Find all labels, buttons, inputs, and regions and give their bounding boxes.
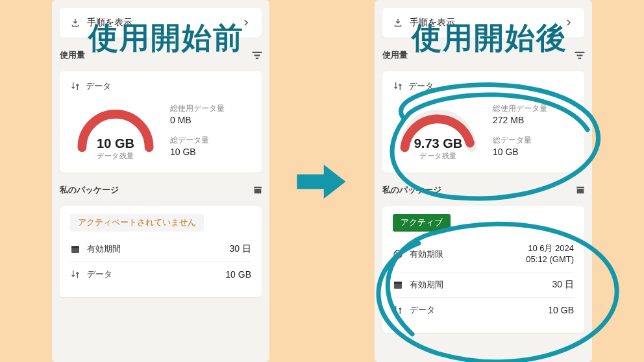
svg-rect-4: [254, 189, 262, 193]
svg-rect-14: [394, 282, 402, 284]
total-data-label: 総データ量: [170, 136, 251, 145]
data-arrows-icon: [70, 81, 80, 91]
svg-rect-7: [575, 52, 585, 53]
total-data-value: 10 GB: [493, 147, 574, 157]
pkg-data-label: データ: [87, 269, 112, 280]
my-package-title: 私のパッケージ: [52, 176, 269, 199]
remaining-label: データ残量: [70, 151, 161, 161]
my-package-title: 私のパッケージ: [375, 176, 592, 199]
expires-label: 有効期限: [410, 248, 443, 260]
package-card: アクティベートされていません 有効期間 30 日 データ 10 GB: [60, 206, 262, 297]
total-used-value: 0 MB: [170, 115, 251, 125]
validity-value: 30 日: [552, 279, 574, 291]
total-used-label: 総使用データ量: [170, 104, 251, 114]
arrow-icon: [295, 162, 347, 201]
pkg-data-row: データ 10 GB: [70, 262, 251, 287]
svg-rect-8: [577, 54, 583, 56]
data-arrows-icon: [70, 269, 80, 280]
validity-row: 有効期間 30 日: [393, 272, 574, 297]
svg-rect-2: [256, 58, 259, 59]
archive-icon[interactable]: [253, 185, 263, 195]
calendar-icon: [393, 280, 403, 290]
validity-label: 有効期間: [410, 279, 443, 291]
pkg-data-row: データ 10 GB: [393, 298, 574, 322]
data-arrows-icon: [393, 305, 403, 315]
status-badge: アクティベートされていません: [70, 214, 204, 232]
svg-rect-9: [578, 58, 582, 59]
filter-icon[interactable]: [251, 51, 263, 59]
validity-row: 有効期間 30 日: [70, 237, 251, 261]
data-gauge: 9.73 GB データ残量: [393, 97, 484, 161]
total-data-label: 総データ量: [493, 136, 574, 145]
data-label: データ: [86, 80, 111, 92]
total-used-value: 272 MB: [493, 115, 574, 125]
annotation-before-title: 使用開始前: [88, 18, 244, 58]
svg-rect-6: [71, 246, 79, 248]
pkg-data-label: データ: [410, 304, 435, 316]
usage-card: データ 10 GB データ残量 総使用データ量 0 MB 総データ量 10 GB: [60, 71, 262, 173]
total-data-value: 10 GB: [170, 147, 251, 157]
data-arrows-icon: [393, 81, 403, 91]
status-badge: アクティブ: [393, 214, 451, 232]
data-gauge: 10 GB データ残量: [70, 97, 161, 161]
data-label: データ: [408, 80, 434, 92]
download-icon: [393, 18, 403, 28]
usage-card: データ 9.73 GB データ残量 総使用データ量 272 MB 総データ量 1…: [382, 71, 584, 173]
svg-rect-1: [254, 54, 260, 56]
annotation-after-title: 使用開始後: [412, 18, 567, 58]
filter-icon[interactable]: [574, 51, 586, 59]
remaining-label: データ残量: [393, 151, 484, 161]
svg-rect-10: [576, 187, 584, 189]
download-icon: [70, 18, 80, 28]
svg-rect-3: [254, 187, 262, 189]
validity-label: 有効期間: [87, 243, 121, 255]
svg-rect-0: [253, 52, 262, 53]
expires-row: 有効期限 10 6月 2024 05:12 (GMT): [393, 237, 574, 272]
pkg-data-value: 10 GB: [225, 269, 251, 280]
expires-value: 10 6月 2024 05:12 (GMT): [526, 243, 574, 265]
package-card: アクティブ 有効期限 10 6月 2024 05:12 (GMT) 有効期間 3…: [382, 206, 584, 333]
calendar-icon: [70, 244, 80, 254]
pkg-data-value: 10 GB: [548, 305, 574, 315]
validity-value: 30 日: [230, 243, 251, 255]
archive-icon[interactable]: [575, 185, 586, 195]
prohibit-icon: [393, 249, 403, 259]
total-used-label: 総使用データ量: [493, 104, 574, 114]
svg-rect-11: [577, 189, 584, 193]
